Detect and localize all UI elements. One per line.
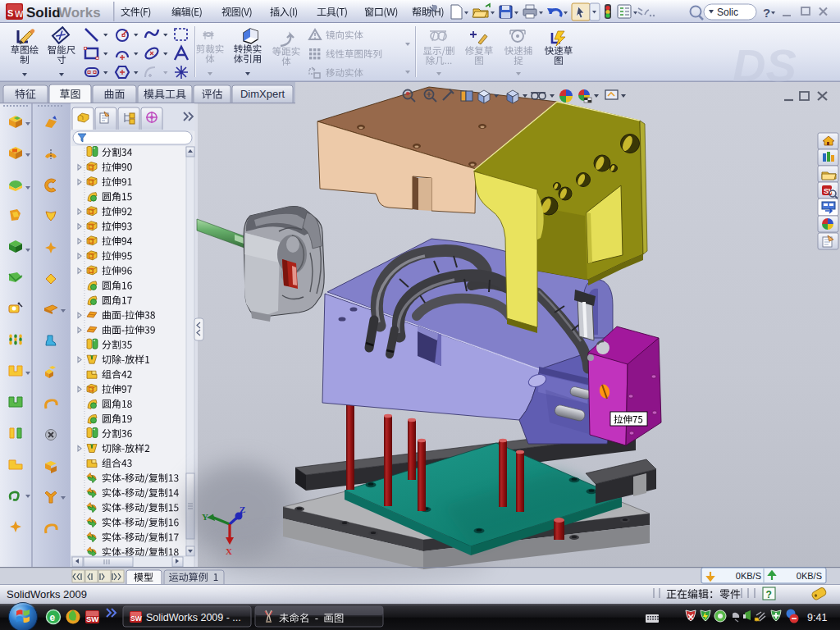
svg-text:Works: Works	[58, 5, 101, 21]
svg-text:Solid: Solid	[26, 5, 61, 21]
svg-text:S: S	[7, 8, 13, 18]
svg-text:Y: Y	[202, 512, 208, 522]
svg-text:SolidWorks 2009: SolidWorks 2009	[7, 588, 87, 600]
svg-text:W: W	[15, 9, 24, 19]
svg-text:?: ?	[766, 589, 772, 600]
svg-text:9:41: 9:41	[807, 612, 827, 623]
svg-text:0KB/S: 0KB/S	[736, 571, 761, 581]
svg-text:DS: DS	[733, 39, 797, 91]
svg-text:SW: SW	[130, 614, 143, 623]
svg-text:SW: SW	[86, 614, 98, 623]
svg-text:Solic: Solic	[717, 7, 738, 18]
svg-text:Z: Z	[240, 504, 245, 514]
svg-text:e: e	[50, 612, 56, 623]
svg-text:SolidWorks 2009 - ...: SolidWorks 2009 - ...	[146, 612, 241, 623]
svg-text:DimXpert: DimXpert	[240, 88, 285, 100]
svg-text:?: ?	[763, 6, 770, 20]
svg-text:0KB/S: 0KB/S	[797, 571, 822, 581]
svg-text:X: X	[226, 546, 232, 556]
